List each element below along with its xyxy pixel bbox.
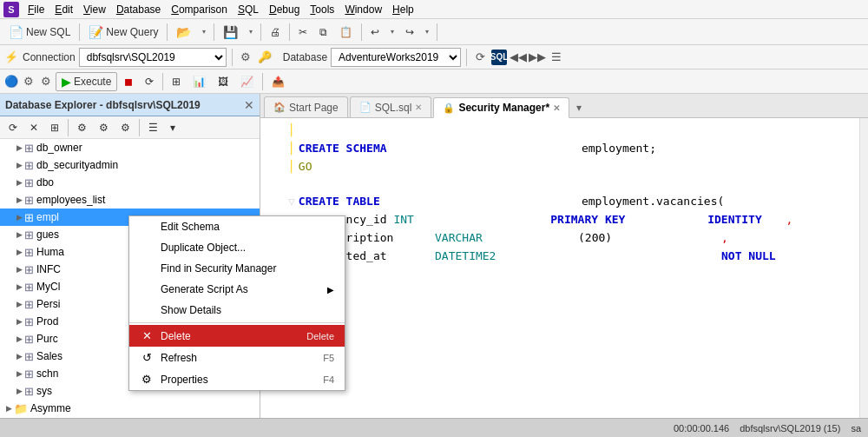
tb-undo-button[interactable]: ↩	[365, 23, 385, 41]
tree-arrow: ▶	[14, 265, 24, 274]
db-expand-btn[interactable]: ⊞	[45, 119, 64, 136]
tree-arrow: ▶	[14, 248, 24, 256]
database-select[interactable]: AdventureWorks2019	[331, 48, 461, 67]
tree-item-certific[interactable]: ▶ 📁 Certific	[0, 417, 260, 418]
tb-copy-button[interactable]: ⧉	[314, 23, 332, 41]
tab-security-manager[interactable]: 🔒 Security Manager* ✕	[433, 97, 569, 118]
tree-item-asymme[interactable]: ▶ 📁 Asymme	[0, 400, 260, 417]
tb-redo-button[interactable]: ↪	[400, 23, 419, 41]
tree-item-dbo[interactable]: ▶ ⊞ dbo	[0, 174, 260, 191]
db-more-btn[interactable]: ▾	[165, 119, 181, 136]
menu-window[interactable]: Window	[339, 2, 387, 17]
menu-view[interactable]: View	[78, 2, 111, 17]
tb3-btn1[interactable]: ⊞	[167, 73, 186, 90]
ctx-duplicate[interactable]: Duplicate Object...	[129, 237, 345, 258]
tab-more-button[interactable]: ▾	[571, 98, 587, 117]
schema-icon: ⊞	[24, 142, 34, 155]
tab-close-sql[interactable]: ✕	[415, 103, 422, 112]
tb-save-button[interactable]: 💾	[218, 23, 243, 42]
tb-open-dropdown[interactable]: ▾	[198, 25, 210, 38]
menu-edit[interactable]: Edit	[49, 2, 78, 17]
menu-sql[interactable]: SQL	[233, 2, 264, 17]
print-icon: 🖨	[270, 26, 280, 38]
tree-item-db-owner[interactable]: ▶ ⊞ db_owner	[0, 139, 260, 156]
tb3-btn3[interactable]: 🖼	[213, 73, 233, 90]
remove-filter-icon: ⚙	[121, 122, 130, 134]
stop-button[interactable]: ◼	[119, 73, 138, 90]
execute-button[interactable]: ▶ Execute	[56, 72, 117, 91]
db-explorer-title: Database Explorer - dbfsqlsrv\SQL2019	[5, 99, 240, 111]
tab-start-page[interactable]: 🏠 Start Page	[264, 96, 348, 117]
ctx-refresh[interactable]: ↺ Refresh F5	[129, 347, 345, 368]
tree-item-label: db_securityadmin	[36, 159, 118, 171]
tb2-icon1[interactable]: ◀◀	[510, 50, 526, 65]
db-filter-btn1[interactable]: ⚙	[72, 119, 92, 136]
db-disconnect-btn[interactable]: ✕	[24, 119, 43, 136]
db-filter-btn2[interactable]: ⚙	[94, 119, 114, 136]
code-text-employment: employment;	[582, 140, 865, 158]
tb2-icon2[interactable]: ▶▶	[529, 50, 545, 65]
tb-print-button[interactable]: 🖨	[265, 23, 286, 41]
menu-help[interactable]: Help	[387, 2, 419, 17]
ctx-generate-script[interactable]: Generate Script As ▶	[129, 279, 345, 300]
db-filter-btn3[interactable]: ⚙	[115, 119, 135, 136]
keyword-primary-key: PRIMARY KEY	[550, 211, 628, 229]
tb-paste-button[interactable]: 📋	[334, 23, 358, 41]
properties-icon: ⚙	[140, 373, 154, 386]
new-query-button[interactable]: 📝 New Query	[83, 23, 163, 42]
statusbar-time: 00:00:00.146	[674, 423, 729, 434]
copy-icon: ⧉	[319, 26, 327, 38]
tab-close-security[interactable]: ✕	[553, 103, 560, 113]
tb3-btn2[interactable]: 📊	[187, 73, 211, 90]
connection-select[interactable]: dbfsqlsrv\SQL2019	[79, 48, 227, 67]
content-area: 🏠 Start Page 📄 SQL.sql ✕ 🔒 Security Mana…	[260, 94, 868, 418]
tb-cut-button[interactable]: ✂	[293, 23, 312, 41]
ctx-label: Delete	[161, 330, 191, 342]
ctx-label: Properties	[161, 374, 208, 386]
db-refresh-btn[interactable]: ⟳	[3, 119, 23, 136]
tree-item-db-securityadmin[interactable]: ▶ ⊞ db_securityadmin	[0, 156, 260, 174]
tb-save-dropdown[interactable]: ▾	[245, 25, 257, 38]
db-settings-btn[interactable]: ☰	[143, 119, 163, 136]
tb-open-button[interactable]: 📂	[171, 23, 196, 42]
tree-item-label: dbo	[36, 176, 54, 189]
tree-arrow: ▶	[14, 282, 24, 291]
tree-item-label: sys	[36, 385, 52, 397]
ctx-show-details[interactable]: Show Details	[129, 300, 345, 321]
ctx-delete[interactable]: ✕ Delete Delete	[129, 325, 345, 347]
menu-tools[interactable]: Tools	[305, 2, 339, 17]
menu-comparison[interactable]: Comparison	[166, 2, 233, 17]
type-varchar: VARCHAR	[435, 229, 578, 248]
code-line-1: │	[264, 122, 865, 140]
ctx-delete-shortcut: Delete	[306, 331, 334, 341]
more-icon: ▾	[170, 122, 175, 134]
menu-debug[interactable]: Debug	[264, 2, 305, 17]
vertical-scrollbar[interactable]	[859, 118, 868, 418]
db-explorer-header: Database Explorer - dbfsqlsrv\SQL2019 ✕	[0, 94, 260, 116]
tree-item-employees-list[interactable]: ▶ ⊞ employees_list	[0, 191, 260, 209]
tree-item-label: gues	[36, 228, 59, 241]
db-sep	[466, 49, 467, 66]
new-sql-button[interactable]: 📄 New SQL	[3, 23, 76, 42]
tree-arrow: ▶	[14, 334, 24, 343]
db-refresh-icon[interactable]: ⟳	[472, 50, 488, 65]
collapse-marker: ▽	[288, 193, 295, 211]
ctx-edit-schema[interactable]: Edit Schema	[129, 216, 345, 237]
ctx-properties[interactable]: ⚙ Properties F4	[129, 368, 345, 390]
ctx-find-security[interactable]: Find in Security Manager	[129, 258, 345, 279]
tb3-btn4[interactable]: 📈	[235, 73, 259, 90]
refresh-icon: ⟳	[145, 76, 154, 88]
tb-undo-dropdown[interactable]: ▾	[386, 25, 398, 38]
menu-file[interactable]: File	[23, 2, 49, 17]
db-explorer-close-button[interactable]: ✕	[244, 98, 254, 112]
menu-database[interactable]: Database	[111, 2, 166, 17]
tb2-icon3[interactable]: ☰	[549, 50, 564, 65]
tb3-btn5[interactable]: 📤	[266, 73, 290, 90]
tree-item-label: employees_list	[36, 194, 105, 206]
redo-icon: ↪	[405, 26, 414, 38]
tab-sql[interactable]: 📄 SQL.sql ✕	[350, 96, 432, 117]
code-editor[interactable]: │ │ CREATE SCHEMA employment; │ GO	[260, 118, 868, 418]
ctx-label: Find in Security Manager	[161, 262, 276, 275]
refresh-button[interactable]: ⟳	[140, 73, 159, 90]
tb-redo-dropdown[interactable]: ▾	[421, 25, 433, 38]
